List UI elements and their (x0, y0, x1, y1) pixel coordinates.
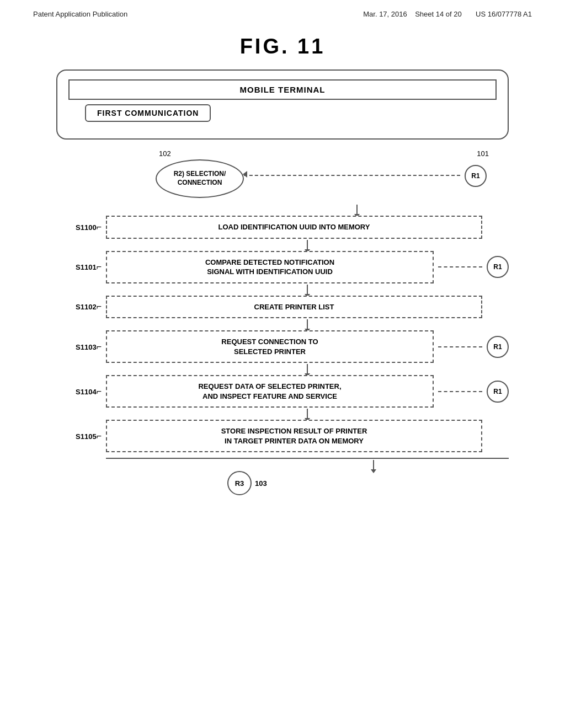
page-header: Patent Application Publication Mar. 17, … (0, 0, 565, 24)
s1104-dashed (438, 391, 482, 392)
r3-circle: R3 (227, 471, 252, 495)
r1-label-top: R1 (471, 172, 479, 180)
main-content: FIG. 11 MOBILE TERMINAL FIRST COMMUNICAT… (0, 24, 565, 606)
arrow-r2-to-s1100 (205, 204, 509, 216)
ref-101: 101 (477, 149, 489, 158)
step-row-s1102: S1102⌐ CREATE PRINTER LIST (56, 296, 509, 319)
r3-label: R3 (235, 479, 244, 488)
first-comm-box: FIRST COMMUNICATION (85, 104, 211, 122)
step-box-s1103: REQUEST CONNECTION TOSELECTED PRINTER (106, 330, 434, 363)
arrow-to-r3 (238, 459, 509, 471)
s1101-dashed (438, 266, 482, 267)
step-box-s1101: COMPARE DETECTED NOTIFICATIONSIGNAL WITH… (106, 251, 434, 283)
step-row-s1105: S1105⌐ STORE INSPECTION RESULT OF PRINTE… (56, 420, 509, 452)
r3-row: R3 103 (227, 471, 509, 495)
s1103-dashed (438, 346, 482, 347)
arrow-s1101-s1102 (106, 283, 509, 296)
step-row-s1100: S1100⌐ LOAD IDENTIFICATION UUID INTO MEM… (56, 216, 509, 239)
arrow-s1100-s1101 (106, 239, 509, 251)
step-row-s1101: S1101⌐ COMPARE DETECTED NOTIFICATIONSIGN… (56, 251, 509, 283)
r1-s1101: R1 (487, 256, 509, 278)
ref-102: 102 (159, 149, 171, 158)
step-box-s1105: STORE INSPECTION RESULT OF PRINTERIN TAR… (106, 420, 482, 452)
ref-103: 103 (255, 479, 267, 488)
header-left: Patent Application Publication (33, 10, 127, 18)
arrow-s1102-s1103 (106, 318, 509, 330)
mobile-terminal-border: MOBILE TERMINAL FIRST COMMUNICATION (56, 69, 509, 140)
step-label-s1102: S1102⌐ (56, 302, 106, 312)
step-label-s1104: S1104⌐ (56, 387, 106, 397)
figure-title: FIG. 11 (44, 35, 521, 58)
arrow-s1103-s1104 (106, 363, 509, 375)
step-row-s1103: S1103⌐ REQUEST CONNECTION TOSELECTED PRI… (56, 330, 509, 363)
step-label-s1105: S1105⌐ (56, 431, 106, 441)
step-label-s1100: S1100⌐ (56, 222, 106, 232)
step-box-s1100: LOAD IDENTIFICATION UUID INTO MEMORY (106, 216, 482, 239)
r1-s1103: R1 (487, 336, 509, 358)
step-box-s1104: REQUEST DATA OF SELECTED PRINTER,AND INS… (106, 375, 434, 408)
header-center: Mar. 17, 2016 Sheet 14 of 20 US 16/07777… (363, 10, 532, 18)
r1-s1104: R1 (487, 381, 509, 403)
r2-label: R2) SELECTION/ CONNECTION (174, 170, 226, 187)
arrow-s1104-s1105 (106, 408, 509, 420)
step-label-s1101: S1101⌐ (56, 262, 106, 272)
r1-to-r2-dashed (244, 175, 460, 176)
step-box-s1102: CREATE PRINTER LIST (106, 296, 482, 319)
r2-oval: R2) SELECTION/ CONNECTION (156, 159, 244, 198)
step-label-s1103: S1103⌐ (56, 342, 106, 352)
flowchart: 102 101 R2) SELECTION/ CONNECTION R1 S1 (56, 143, 509, 595)
r1-circle-top: R1 (465, 165, 487, 187)
mobile-terminal-wrapper: MOBILE TERMINAL FIRST COMMUNICATION (56, 69, 509, 140)
step-row-s1104: S1104⌐ REQUEST DATA OF SELECTED PRINTER,… (56, 375, 509, 408)
mobile-terminal-box: MOBILE TERMINAL (68, 79, 497, 100)
